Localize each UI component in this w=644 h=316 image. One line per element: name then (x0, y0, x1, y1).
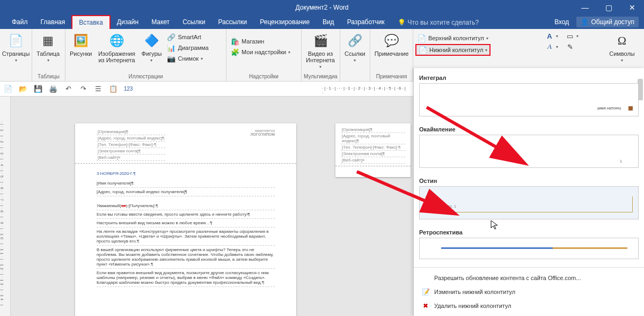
tab-home[interactable]: Главная (34, 16, 72, 29)
austin-preview-frame (430, 196, 633, 212)
share-label: Общий доступ (591, 18, 634, 26)
online-video-button[interactable]: 🎬 Видео из Интернета ▾ (304, 31, 337, 70)
greeting[interactable]: Уважаемый(ая)·[Получатель]·¶ (97, 202, 275, 210)
field-address-2[interactable]: [Адрес, город, почтовый индекс]¶ (341, 133, 405, 144)
gallery-item-austin-title: Остин (419, 174, 639, 186)
integral-author-label: [ИМЯ АВТОРА] (597, 107, 621, 110)
open-button[interactable]: 📂 (18, 84, 28, 94)
close-button[interactable]: ✕ (620, 0, 644, 15)
para-5[interactable]: Если вам нравится внешний вид документа,… (97, 269, 275, 287)
field-email-2[interactable]: [Электронная почта]¶ (341, 151, 405, 157)
links-button[interactable]: 🔗 Ссылки ▾ (342, 31, 368, 64)
gallery-edit-footer[interactable]: 📝 Изменить нижний колонтитул (414, 285, 644, 299)
gallery-footer-menu: Разрешить обновление контента с сайта Of… (414, 267, 644, 316)
chevron-down-icon: ▾ (288, 50, 290, 55)
footer-icon: 📄 (419, 46, 427, 54)
signature-icon: ✎ (566, 42, 574, 51)
share-button[interactable]: 👤 Общий доступ (576, 17, 639, 27)
tab-insert[interactable]: Вставка (71, 15, 111, 30)
para-4[interactable]: В вашей организации используют фирменные… (97, 246, 275, 269)
maximize-button[interactable]: ▢ (597, 0, 620, 15)
field-address[interactable]: [Адрес, город, почтовый индекс]¶ (97, 135, 165, 142)
signin-link[interactable]: Вход (554, 18, 569, 26)
document-page-2[interactable]: [Организация]¶ [Адрес, город, почтовый и… (335, 123, 411, 177)
doc-body[interactable]: 3·НОЯБРЯ·2020·Г.¶ [Имя получателя]¶ [Адр… (75, 164, 296, 291)
redo-button[interactable]: ↷ (78, 84, 88, 94)
online-pictures-button[interactable]: 🌐 Изображения из Интернета (96, 31, 138, 64)
doc-header: [Организация]¶ [Адрес, город, почтовый и… (75, 123, 296, 164)
undo-button[interactable]: ↶ (63, 84, 73, 94)
smartart-button[interactable]: 🔗SmartArt (165, 32, 210, 42)
tab-file[interactable]: Файл (5, 16, 34, 29)
field-org[interactable]: [Организация]¶ (97, 129, 165, 135)
screenshot-button[interactable]: 📷Снимок▾ (165, 54, 210, 63)
tell-me-search[interactable]: 💡 Что вы хотите сделать? (391, 16, 486, 29)
doc-date[interactable]: 3·НОЯБРЯ·2020·Г.¶ (97, 168, 275, 179)
minimize-button[interactable]: — (573, 0, 597, 15)
chevron-down-icon: ▾ (354, 58, 356, 63)
symbols-button[interactable]: Ω Символы ▾ (604, 31, 640, 64)
textbox-button[interactable]: A▾ (543, 31, 560, 41)
dropcap-button[interactable]: ▭▾ (564, 31, 581, 41)
field-web-2[interactable]: [Веб-сайт]¤ (341, 157, 405, 164)
austin-page-label: Стр. 1 (445, 204, 456, 208)
video-icon: 🎬 (312, 32, 329, 49)
tab-layout[interactable]: Макет (145, 16, 176, 29)
field-tel[interactable]: [Тел. Телефон]·[Факс: Факс]·¶ (97, 142, 165, 148)
table-button[interactable]: ▦ Таблица ▾ (34, 31, 62, 64)
footer-gallery-dropdown[interactable]: Интеграл [ИМЯ АВТОРА] Окаймление 1 Остин… (413, 68, 644, 316)
tab-design[interactable]: Дизайн (111, 16, 145, 29)
ribbon-extra: A▾ ▭▾ A▾ ✎ (542, 29, 596, 54)
para-2[interactable]: Настроить внешний вид письма можно в люб… (97, 219, 275, 227)
tab-review[interactable]: Рецензирование (253, 16, 316, 29)
paste-button[interactable]: 📋 (108, 84, 118, 94)
field-recipient-addr[interactable]: [Адрес, город, почтовый индекс получател… (97, 188, 275, 196)
link-icon: 🔗 (346, 32, 363, 49)
para-3[interactable]: На ленте на вкладке «Конструктор» просмо… (97, 227, 275, 246)
my-addins-button[interactable]: 🧩Мои надстройки▾ (229, 47, 292, 57)
tab-developer[interactable]: Разработчик (341, 16, 391, 29)
header-button[interactable]: 📄Верхний колонтитул▾ (415, 33, 491, 43)
gallery-update-office[interactable]: Разрешить обновление контента с сайта Of… (414, 271, 644, 285)
pages-button[interactable]: 📄 Страницы ▾ (2, 31, 30, 64)
online-pictures-icon: 🌐 (108, 32, 126, 49)
field-org-2[interactable]: [Организация]¶ (341, 127, 405, 133)
chevron-down-icon: ▾ (485, 48, 487, 53)
new-doc-button[interactable]: 📄 (3, 84, 13, 94)
chart-button[interactable]: 📊Диаграмма (165, 43, 210, 53)
save-button[interactable]: 💾 (33, 84, 43, 94)
signature-button[interactable]: ✎ (564, 42, 576, 52)
group-label-media: Мультимедиа (304, 72, 338, 81)
tab-view[interactable]: Вид (316, 16, 341, 29)
field-tel-2[interactable]: [Тел. Телефон]·[Факс: Факс]·¶ (341, 144, 405, 151)
tab-mailings[interactable]: Рассылки (211, 16, 253, 29)
footer-button[interactable]: 📄Нижний колонтитул▾ (415, 44, 491, 56)
gallery-item-retro[interactable] (419, 238, 639, 259)
shapes-button[interactable]: 🔷 Фигуры ▾ (140, 31, 164, 64)
group-label-illustrations: Иллюстрации (68, 72, 224, 81)
pictures-button[interactable]: 🖼️ Рисунки (68, 31, 94, 58)
format-button[interactable]: 123 (123, 84, 133, 94)
para-1[interactable]: Если вы готовы ввести сведения, просто щ… (97, 210, 275, 219)
field-email[interactable]: [Электронная почта]¶ (97, 148, 165, 155)
gallery-item-bordered-title: Окаймление (419, 123, 639, 135)
field-web[interactable]: [Веб-сайт]¤ (97, 155, 165, 161)
gallery-delete-footer[interactable]: ✖ Удалить нижний колонтитул (414, 299, 644, 313)
gallery-item-retro-title: Ретроспектива (419, 226, 639, 238)
gallery-item-integral[interactable]: [ИМЯ АВТОРА] (419, 83, 639, 116)
wordart-button[interactable]: A▾ (543, 42, 560, 52)
store-button[interactable]: 🛍️Магазин (229, 36, 292, 46)
logo-placeholder[interactable]: заменяется ЛОГОТИПОМ (251, 129, 275, 161)
touch-mode-button[interactable]: ☰ (93, 84, 103, 94)
ribbon-symbols: Ω Символы ▾ (603, 29, 641, 66)
dropcap-icon: ▭ (566, 32, 574, 40)
field-recipient[interactable]: [Имя получателя]¶ (97, 179, 275, 188)
gallery-item-bordered[interactable]: 1 (419, 135, 639, 168)
tab-references[interactable]: Ссылки (176, 16, 211, 29)
document-page-1[interactable]: [Организация]¶ [Адрес, город, почтовый и… (75, 123, 296, 316)
person-icon: 👤 (581, 18, 589, 26)
chevron-down-icon: ▾ (47, 58, 49, 63)
gallery-item-austin[interactable]: Стр. 1 (419, 186, 639, 219)
comment-button[interactable]: 💬 Примечание (372, 31, 411, 58)
print-button[interactable]: 🖨️ (48, 84, 58, 94)
